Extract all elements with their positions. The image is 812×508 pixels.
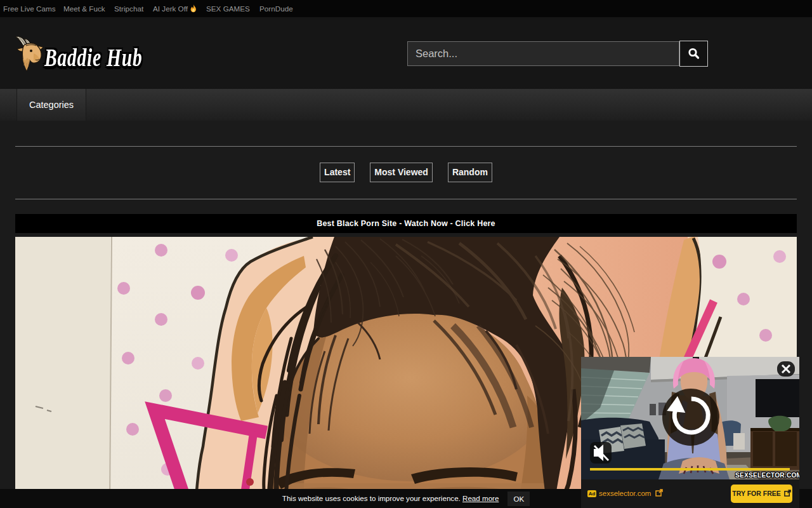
- svg-text:SEXSELECTOR.COM: SEXSELECTOR.COM: [735, 472, 799, 479]
